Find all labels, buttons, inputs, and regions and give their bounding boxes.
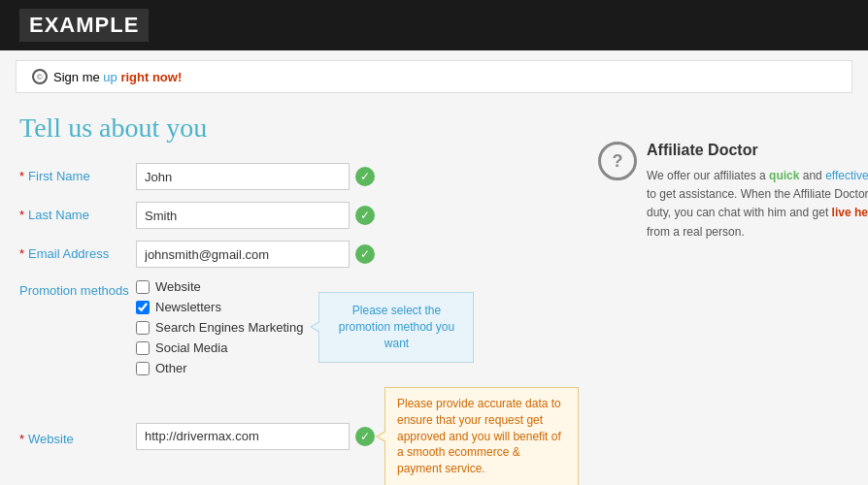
signup-bar: © Sign me up right now! [16,60,852,93]
signup-text: Sign me up right now! [53,70,182,84]
email-valid-icon: ✓ [355,244,375,264]
signup-up[interactable]: up [103,70,117,84]
promo-checkbox-newsletters[interactable] [136,301,150,314]
text-live-help: live help [832,206,868,219]
promo-option-sem[interactable]: Search Engines Marketing [136,320,303,335]
doctor-icon: ? [598,142,637,180]
promo-checkbox-other[interactable] [136,362,150,375]
first-name-valid-icon: ✓ [355,167,375,186]
right-panel: ? Affiliate Doctor We offer our affiliat… [598,113,868,485]
first-name-input-wrap: ✓ [136,163,375,190]
signup-right-now[interactable]: right now! [120,70,182,84]
first-name-input[interactable] [136,163,350,190]
required-star: * [19,208,24,222]
promotion-tooltip: Please select the promotion method you w… [318,292,474,362]
last-name-row: *Last Name ✓ [19,202,579,229]
form-title: Tell us about you [19,113,579,144]
doctor-title: Affiliate Doctor [647,142,868,159]
promo-option-newsletters[interactable]: Newsletters [136,300,303,314]
website-tooltip: Please provide accurate data to ensure t… [384,387,579,485]
promotion-row: Promotion methods Website Newsletters Se… [19,279,579,375]
email-label: *Email Address [19,241,136,261]
last-name-valid-icon: ✓ [355,206,375,225]
header: EXAMPLE [0,0,868,50]
promo-checkbox-sem[interactable] [136,321,150,335]
promo-checkbox-website[interactable] [136,280,150,294]
first-name-label: *First Name [19,163,136,183]
required-star: * [19,432,24,446]
website-row: *Website ✓ Please provide accurate data … [19,387,579,485]
doctor-content: Affiliate Doctor We offer our affiliates… [647,142,868,242]
email-input-wrap: ✓ [136,241,375,268]
last-name-label: *Last Name [19,202,136,222]
affiliate-doctor: ? Affiliate Doctor We offer our affiliat… [598,142,868,242]
required-star: * [19,246,24,261]
website-input-wrap: ✓ [136,423,375,450]
first-name-row: *First Name ✓ [19,163,579,190]
website-valid-icon: ✓ [355,427,375,446]
website-label: *Website [19,426,136,446]
email-input[interactable] [136,241,350,268]
required-star: * [19,169,24,183]
logo: EXAMPLE [19,9,149,42]
last-name-input[interactable] [136,202,350,229]
main-content: Tell us about you *First Name ✓ *Last Na… [0,103,868,485]
promo-option-website[interactable]: Website [136,279,303,294]
doctor-text: We offer our affiliates a quick and effe… [647,167,868,242]
copyright-icon: © [32,69,48,84]
website-input[interactable] [136,423,350,450]
promotion-label: Promotion methods [19,279,136,298]
last-name-input-wrap: ✓ [136,202,375,229]
promo-option-other[interactable]: Other [136,361,303,375]
promotion-options: Website Newsletters Search Engines Marke… [136,279,303,375]
promo-option-social[interactable]: Social Media [136,340,303,355]
form-section: Tell us about you *First Name ✓ *Last Na… [19,113,579,485]
email-row: *Email Address ✓ [19,241,579,268]
promo-checkbox-social[interactable] [136,341,150,355]
text-effective: effective [825,169,868,182]
text-quick: quick [769,169,799,182]
